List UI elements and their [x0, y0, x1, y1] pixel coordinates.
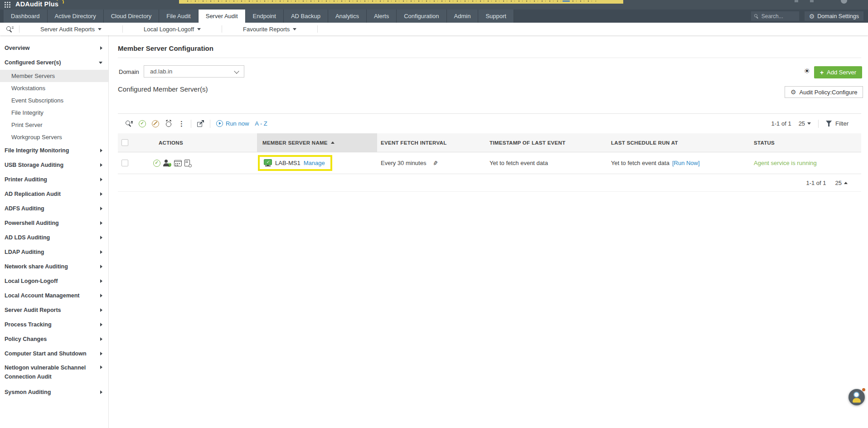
gear-icon: ⚙: [809, 13, 815, 19]
sidebar-item-ldap-auditing[interactable]: LDAP Auditing: [0, 245, 108, 259]
sidebar-item-computer-start-shutdown[interactable]: Computer Start and Shutdown: [0, 346, 108, 361]
schedule-icon[interactable]: [174, 160, 182, 166]
sidebar-item-overview[interactable]: Overview: [0, 41, 108, 55]
page-size-select[interactable]: 25: [799, 120, 811, 127]
audit-report-icon[interactable]: [184, 160, 190, 166]
sidebar-item-sysmon-auditing[interactable]: Sysmon Auditing: [0, 385, 108, 399]
more-options-icon[interactable]: ⋮: [178, 120, 185, 127]
tab-dashboard[interactable]: Dashboard: [4, 10, 48, 23]
schedule-alarm-icon[interactable]: [165, 120, 172, 127]
highlighted-server-box: LAB-MS1 Manage: [258, 155, 332, 171]
sidebar-item-workstations[interactable]: Workstations: [0, 82, 108, 94]
domain-settings-button[interactable]: ⚙ Domain Settings: [805, 11, 863, 21]
domain-label: Domain: [119, 68, 139, 75]
nav-right-group: Search... ⚙ Domain Settings: [751, 11, 863, 21]
tab-ad-backup[interactable]: AD Backup: [284, 10, 328, 23]
enabled-status-icon[interactable]: [153, 160, 160, 167]
select-all-checkbox[interactable]: [121, 139, 128, 146]
chevron-right-icon: [100, 221, 102, 225]
sidebar-item-ad-replication-audit[interactable]: AD Replication Audit: [0, 187, 108, 201]
sidebar-item-workgroup-servers[interactable]: Workgroup Servers: [0, 131, 108, 143]
chevron-right-icon: [100, 149, 102, 152]
sidebar-item-powershell-auditing[interactable]: Powershell Auditing: [0, 216, 108, 230]
sidebar-item-local-logon-logoff[interactable]: Local Logon-Logoff: [0, 274, 108, 288]
add-server-button[interactable]: + Add Server: [814, 66, 862, 78]
chevron-down-icon: [293, 28, 296, 30]
chevron-right-icon: [100, 308, 102, 312]
sidebar-item-local-account-management[interactable]: Local Account Management: [0, 288, 108, 303]
tab-analytics[interactable]: Analytics: [328, 10, 367, 23]
menu-label: Server Audit Reports: [40, 26, 95, 33]
global-search-input[interactable]: Search...: [751, 11, 799, 21]
manage-link[interactable]: Manage: [304, 160, 325, 166]
sidebar-item-event-subscriptions[interactable]: Event Subscriptions: [0, 94, 108, 107]
tab-support[interactable]: Support: [478, 10, 514, 23]
sidebar-item-configured-servers[interactable]: Configured Server(s): [0, 55, 108, 70]
user-avatar-icon[interactable]: [841, 0, 847, 4]
tab-alerts[interactable]: Alerts: [367, 10, 397, 23]
sidebar-item-file-integrity[interactable]: File Integrity: [0, 107, 108, 119]
last-schedule-value: Yet to fetch event data: [611, 160, 669, 166]
tab-endpoint[interactable]: Endpoint: [246, 10, 284, 23]
sidebar-item-netlogon-schannel-audit[interactable]: Netlogon vulnerable Schannel Connection …: [0, 361, 108, 385]
sidebar-item-policy-changes[interactable]: Policy Changes: [0, 332, 108, 346]
row-checkbox[interactable]: [121, 160, 128, 166]
tab-active-directory[interactable]: Active Directory: [48, 10, 104, 23]
manage-agent-icon[interactable]: [163, 160, 171, 167]
sidebar-item-adfs-auditing[interactable]: ADFS Auditing: [0, 201, 108, 216]
run-now-link[interactable]: [Run Now]: [672, 160, 700, 166]
sidebar-item-label: AD LDS Auditing: [5, 234, 50, 241]
menu-server-audit-reports[interactable]: Server Audit Reports: [25, 26, 117, 33]
sidebar-item-ad-lds-auditing[interactable]: AD LDS Auditing: [0, 230, 108, 245]
tab-cloud-directory[interactable]: Cloud Directory: [104, 10, 160, 23]
menu-label: Local Logon-Logoff: [144, 26, 194, 33]
sidebar-item-process-tracking[interactable]: Process Tracking: [0, 317, 108, 332]
sort-az-button[interactable]: A - Z: [255, 120, 267, 127]
chevron-right-icon: [100, 337, 102, 341]
export-icon[interactable]: [197, 120, 204, 127]
tab-server-audit[interactable]: Server Audit: [199, 10, 246, 23]
last-schedule-cell: Yet to fetch event data [Run Now]: [607, 160, 750, 166]
chevron-right-icon: [100, 192, 102, 196]
sidebar-item-network-share-auditing[interactable]: Network share Auditing: [0, 259, 108, 274]
tips-bulb-icon[interactable]: ☀: [804, 67, 810, 75]
sidebar-item-label: Policy Changes: [5, 336, 47, 342]
sidebar-item-print-server[interactable]: Print Server: [0, 119, 108, 131]
chevron-right-icon: [100, 294, 102, 297]
tab-admin[interactable]: Admin: [447, 10, 479, 23]
search-placeholder: Search...: [761, 13, 783, 19]
sidebar-item-label: USB Storage Auditing: [5, 162, 63, 168]
chevron-right-icon: [100, 265, 102, 268]
divider: [118, 58, 861, 58]
run-now-button[interactable]: Run now: [216, 120, 249, 127]
table-row: LAB-MS1 Manage Every 30 minutes Yet to f…: [118, 152, 861, 174]
menu-local-logon-logoff[interactable]: Local Logon-Logoff: [128, 26, 216, 33]
sidebar-item-printer-auditing[interactable]: Printer Auditing: [0, 172, 108, 187]
add-server-label: Add Server: [827, 69, 856, 76]
domain-select[interactable]: ad.lab.in: [144, 65, 244, 78]
search-icon: [754, 14, 759, 19]
menu-favourite-reports[interactable]: Favourite Reports: [228, 26, 312, 33]
apps-grid-icon[interactable]: [5, 2, 10, 8]
adaudit-plus-app: ADAudit Plus Dashboard Active Directory …: [0, 0, 868, 428]
chevron-down-icon: [99, 62, 102, 64]
disable-icon[interactable]: [152, 120, 159, 127]
tab-configuration[interactable]: Configuration: [397, 10, 446, 23]
footer-page-size-select[interactable]: 25: [835, 180, 848, 186]
table-toolbar-icons: ⋮ Run now A - Z: [125, 120, 267, 128]
assistant-bot-button[interactable]: [849, 389, 865, 405]
sidebar-item-file-integrity-monitoring[interactable]: File Integrity Monitoring: [0, 143, 108, 158]
search-in-table-icon[interactable]: [125, 120, 133, 127]
tab-file-audit[interactable]: File Audit: [159, 10, 198, 23]
sidebar-item-usb-storage-auditing[interactable]: USB Storage Auditing: [0, 158, 108, 172]
sidebar-item-label: Print Server: [11, 122, 43, 128]
sidebar-item-member-servers[interactable]: Member Servers: [0, 70, 108, 82]
sidebar-item-server-audit-reports[interactable]: Server Audit Reports: [0, 303, 108, 317]
report-search-icon[interactable]: [6, 25, 14, 33]
enable-icon[interactable]: [139, 120, 146, 127]
column-header-member-server-name[interactable]: MEMBER SERVER NAME: [257, 133, 377, 152]
filter-button[interactable]: Filter: [826, 120, 849, 127]
edit-pencil-icon[interactable]: [433, 160, 439, 167]
audit-policy-configure-button[interactable]: ⚙ Audit Policy:Configure: [785, 86, 863, 98]
main-content: Member Server Configuration Domain ad.la…: [109, 35, 868, 428]
